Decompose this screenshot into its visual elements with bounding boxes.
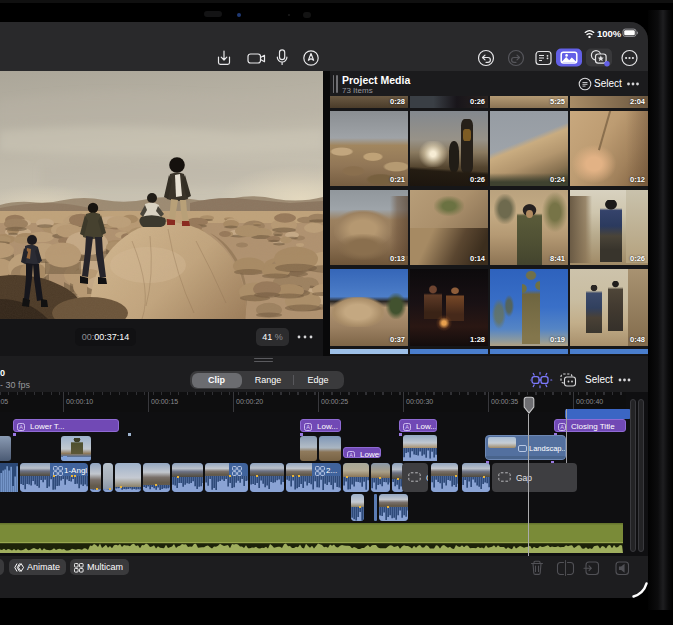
svg-text:A: A [349,452,353,458]
svg-text:A: A [560,424,564,430]
svg-text:A: A [405,424,409,430]
svg-text:100%: 100% [597,28,622,39]
svg-text:A: A [306,424,310,430]
svg-text:A: A [19,424,23,430]
